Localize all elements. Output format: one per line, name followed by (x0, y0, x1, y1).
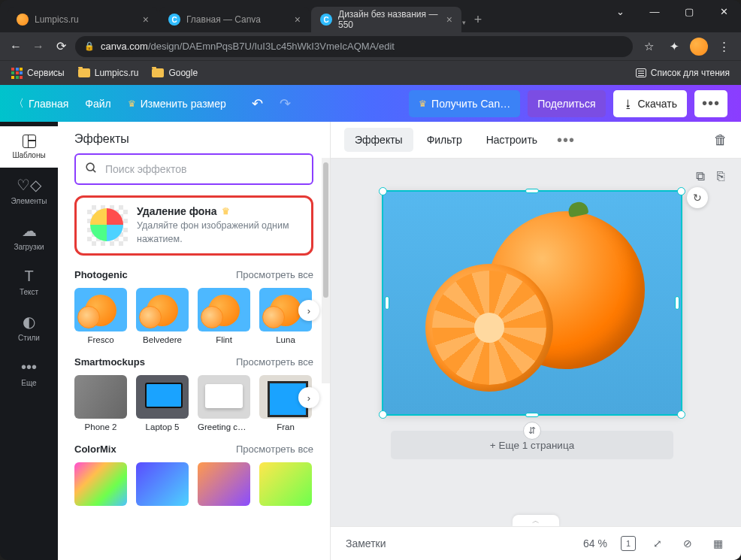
chevron-down-icon[interactable]: ▾ (462, 19, 466, 26)
redo-icon[interactable]: ↷ (280, 95, 291, 112)
effect-item[interactable]: Flint (198, 288, 250, 344)
notes-button[interactable]: Заметки (346, 537, 386, 549)
sheet-collapse-icon[interactable]: ︿ (513, 515, 559, 526)
rotate-handle[interactable]: ↻ (687, 187, 708, 208)
file-menu[interactable]: Файл (85, 98, 110, 110)
ctx-effects[interactable]: Эффекты (344, 128, 413, 152)
canvas-area: Эффекты Фильтр Настроить ••• 🗑 ⧉ ⎘ ↻ (331, 122, 741, 560)
close-window-icon[interactable]: ✕ (706, 0, 741, 23)
browser-tab-1[interactable]: C Главная — Canva × (159, 7, 310, 32)
nav-more[interactable]: •••Еще (0, 350, 58, 395)
mockup-label: Fran (259, 422, 312, 431)
mockup-item[interactable]: Laptop 5 (136, 375, 189, 431)
effect-item[interactable]: Fresco (74, 288, 127, 344)
elements-icon: ♡◇ (17, 176, 41, 194)
close-icon[interactable]: × (446, 14, 452, 26)
mockup-item[interactable]: Greeting car… (198, 375, 250, 431)
maximize-icon[interactable]: ▢ (672, 0, 706, 23)
help-icon[interactable]: ⊘ (679, 535, 696, 552)
resize-handle[interactable] (675, 296, 679, 310)
chrome-menu-icon[interactable]: ⌄ (603, 0, 637, 23)
zoom-level[interactable]: 64 % (583, 537, 607, 549)
resize-handle[interactable] (385, 296, 389, 310)
selection-box: ↻ (382, 190, 682, 416)
tab-favicon: C (320, 14, 332, 26)
search-effects[interactable] (74, 153, 313, 185)
crown-icon: ♛ (128, 98, 136, 109)
resize-handle[interactable] (379, 410, 387, 419)
see-all-link[interactable]: Просмотреть все (236, 356, 313, 368)
trash-icon[interactable]: 🗑 (714, 132, 727, 148)
effects-panel: Эффекты Удаление фона ♛ Удаляйте фон изо… (58, 122, 331, 560)
home-button[interactable]: 〈Главная (14, 97, 68, 110)
page-nav-icon[interactable]: ⇵ (523, 422, 541, 440)
grid-view-icon[interactable]: ▦ (709, 535, 726, 552)
effect-item[interactable]: Belvedere (136, 288, 189, 344)
get-pro-button[interactable]: ♛Получить Can… (409, 90, 520, 117)
browser-tab-2[interactable]: C Дизайн без названия — 550 ▾ × (311, 7, 461, 32)
see-all-link[interactable]: Просмотреть все (236, 269, 313, 280)
browser-tab-0[interactable]: Lumpics.ru × (8, 7, 158, 32)
colormix-item[interactable] (259, 462, 312, 506)
nav-uploads[interactable]: ☁Загрузки (0, 213, 58, 259)
back-icon[interactable]: ← (8, 40, 24, 53)
add-page-button[interactable]: ⇵ + Еще 1 страница (391, 431, 673, 459)
bookmark-google[interactable]: Google (152, 68, 198, 78)
mockup-item[interactable]: Phone 2 (74, 375, 127, 431)
extension-icon[interactable]: ✦ (664, 40, 684, 53)
colormix-item[interactable] (136, 462, 189, 506)
minimize-icon[interactable]: — (637, 0, 672, 23)
templates-icon (23, 135, 36, 148)
fullscreen-icon[interactable]: ⤢ (649, 535, 666, 552)
resize-handle[interactable] (525, 189, 539, 193)
effect-label: Flint (198, 335, 250, 344)
bg-remover-card[interactable]: Удаление фона ♛ Удаляйте фон изображений… (74, 195, 313, 256)
bookmark-services[interactable]: Сервисы (11, 68, 65, 79)
nav-templates[interactable]: Шаблоны (0, 126, 58, 168)
ellipsis-icon: ••• (21, 359, 37, 376)
nav-styles[interactable]: ◐Стили (0, 304, 58, 350)
scroll-right-icon[interactable]: › (298, 300, 319, 321)
add-page-icon[interactable]: ⎘ (717, 169, 724, 184)
close-icon[interactable]: × (295, 14, 301, 26)
effect-label: Belvedere (136, 335, 189, 344)
ctx-adjust[interactable]: Настроить (476, 128, 548, 152)
nav-text[interactable]: TТекст (0, 259, 58, 304)
design-stage[interactable]: ⧉ ⎘ ↻ ⇵ + Еще 1 страница ︿ (331, 159, 741, 526)
see-all-link[interactable]: Просмотреть все (236, 443, 313, 455)
bookmark-lumpics[interactable]: Lumpics.ru (78, 68, 139, 78)
search-input[interactable] (105, 163, 303, 175)
ellipsis-icon: ••• (702, 95, 720, 112)
share-button[interactable]: Поделиться (528, 90, 605, 117)
new-tab-button[interactable]: + (467, 9, 488, 30)
colormix-item[interactable] (74, 462, 127, 506)
kebab-icon[interactable]: ⋮ (714, 40, 733, 53)
duplicate-icon[interactable]: ⧉ (696, 169, 705, 184)
download-button[interactable]: ⭳Скачать (613, 90, 688, 117)
forward-icon[interactable]: → (30, 40, 47, 53)
ctx-filter[interactable]: Фильтр (416, 128, 473, 152)
ctx-more[interactable]: ••• (551, 127, 581, 153)
page-indicator[interactable]: 1 (621, 536, 636, 551)
scrollbar[interactable] (322, 158, 330, 383)
editor-footer: Заметки 64 % 1 ⤢ ⊘ ▦ (331, 526, 741, 560)
palette-icon: ◐ (23, 313, 35, 331)
resize-handle[interactable] (525, 413, 539, 417)
close-icon[interactable]: × (143, 14, 149, 26)
nav-elements[interactable]: ♡◇Элементы (0, 168, 58, 213)
reload-icon[interactable]: ⟳ (53, 39, 69, 53)
star-icon[interactable]: ☆ (639, 40, 658, 53)
resize-handle[interactable] (379, 187, 387, 195)
get-pro-label: Получить Can… (431, 98, 510, 110)
more-button[interactable]: ••• (694, 90, 727, 117)
resize-handle[interactable] (677, 187, 685, 195)
resize-handle[interactable] (677, 410, 685, 419)
file-label: Файл (85, 98, 110, 110)
profile-avatar[interactable] (690, 38, 708, 56)
reading-list-button[interactable]: Список для чтения (636, 68, 730, 78)
scroll-right-icon[interactable]: › (298, 387, 319, 408)
url-input[interactable]: 🔒 canva.com/design/DAEmnPqsB7U/IuI3Lc45h… (75, 36, 633, 57)
resize-button[interactable]: ♛Изменить размер (128, 98, 226, 110)
colormix-item[interactable] (198, 462, 250, 506)
undo-icon[interactable]: ↶ (252, 95, 263, 112)
